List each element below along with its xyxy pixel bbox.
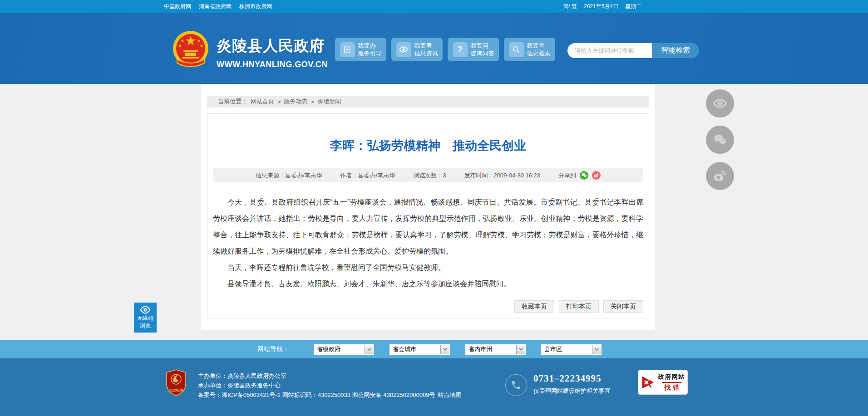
site-name: 炎陵县人民政府: [217, 36, 328, 56]
chevron-down-icon: [365, 345, 374, 354]
side-float-buttons: [706, 89, 734, 190]
article-body: 今天，县委、县政府组织召开庆“五一”劳模座谈会，通报情况、畅谈感想、同庆节日、共…: [213, 194, 643, 292]
service-label: 我要查信息检索: [527, 42, 551, 57]
breadcrumb: 当前位置： 网站首页 > 政务动态 > 炎陵新闻: [207, 96, 649, 108]
article-title: 李晖：弘扬劳模精神 推动全民创业: [213, 137, 643, 154]
wechat-float-button[interactable]: [706, 126, 734, 154]
breadcrumb-home[interactable]: 网站首页: [251, 98, 274, 106]
service-buttons: 我要办服务引导 我要看信息资讯 ? 我要问咨询问答: [335, 38, 555, 61]
current-weekday: 星期二: [625, 3, 641, 10]
search-bar: 智能检索: [567, 43, 699, 58]
accessibility-label-line2: 浏览: [140, 323, 151, 329]
party-gov-badge-icon[interactable]: 党政机关: [166, 369, 187, 396]
service-button-kan[interactable]: 我要看信息资讯: [391, 38, 443, 61]
error-badge-line2: 找错: [662, 382, 681, 392]
select-value: 省内市州: [469, 345, 492, 353]
footer-info: 党政机关 主办单位：炎陵县人民政府办公室 承办单位：炎陵县政务服务中心 备案号：…: [166, 369, 461, 400]
error-badge-line1: 政府网站: [658, 373, 686, 381]
link-zhuzhou-gov[interactable]: 株洲市政府网: [239, 3, 272, 10]
service-label: 我要看信息资讯: [414, 42, 438, 57]
chevron-down-icon: [440, 345, 449, 354]
site-footer: 党政机关 主办单位：炎陵县人民政府办公室 承办单位：炎陵县政务服务中心 备案号：…: [0, 358, 868, 416]
footer-nav: 网站导航： 省级政府 省会城市 省内市州 县市区: [0, 340, 868, 358]
footer-organizer: 承办单位：炎陵县政务服务中心: [198, 381, 461, 390]
article-meta-bar: 信息来源：县委办/李志华 作者：县委办/李志华 浏览次数：3 发布时间：2009…: [213, 168, 643, 182]
print-page-button[interactable]: 打印本页: [559, 300, 599, 313]
smart-search-button[interactable]: 智能检索: [652, 43, 699, 58]
weibo-icon: [713, 169, 727, 183]
phone-texts: 0731–22234995 仅受理网站建设维护相关事宜: [533, 373, 610, 396]
chevron-down-icon: [516, 345, 525, 354]
service-button-banshi[interactable]: 我要办服务引导: [335, 38, 386, 61]
meta-author: 作者：县委办/李志华: [340, 171, 395, 180]
eye-icon: [396, 42, 411, 57]
select-value: 省会城市: [393, 345, 416, 353]
accessibility-browse-button[interactable]: 无障碍 浏览: [134, 303, 157, 333]
document-icon: [340, 42, 355, 57]
lang-toggle[interactable]: 简/ 繁: [563, 3, 577, 10]
phone-number: 0731–22234995: [533, 373, 610, 384]
error-report-logo-icon: [641, 375, 656, 390]
footer-phone-block: 0731–22234995 仅受理网站建设维护相关事宜: [505, 373, 610, 396]
search-icon: [509, 42, 524, 57]
site-logo[interactable]: 炎陵县人民政府 WWW.HNYANLING.GOV.CN: [170, 29, 328, 71]
meta-pubtime: 发布时间：2009-04-30 16:23: [464, 171, 540, 180]
select-capital-cities[interactable]: 省会城市: [389, 344, 450, 355]
breadcrumb-separator: >: [277, 98, 281, 105]
footer-host: 主办单位：炎陵县人民政府办公室: [198, 371, 461, 381]
topbar-right: 简/ 繁 2021年5月4日 星期二: [563, 3, 641, 10]
select-value: 省级政府: [317, 345, 340, 353]
phone-note: 仅受理网站建设维护相关事宜: [533, 387, 610, 395]
breadcrumb-zhengwu[interactable]: 政务动态: [284, 98, 308, 106]
paragraph: 当天，李晖还专程前往鲁坑学校，看望慰问了全国劳模马安健教师。: [213, 259, 643, 276]
weibo-float-button[interactable]: [706, 162, 734, 190]
accessibility-label-line1: 无障碍: [137, 315, 153, 322]
badge-label: 党政机关: [169, 388, 183, 392]
service-button-wen[interactable]: ? 我要问咨询问答: [448, 38, 499, 61]
meta-source: 信息来源：县委办/李志华: [256, 171, 322, 180]
article: 李晖：弘扬劳模精神 推动全民创业 信息来源：县委办/李志华 作者：县委办/李志华…: [207, 113, 649, 318]
current-date: 2021年5月4日: [584, 3, 618, 10]
question-icon: ?: [453, 42, 468, 57]
weibo-share-icon[interactable]: [592, 171, 601, 180]
site-header: 炎陵县人民政府 WWW.HNYANLING.GOV.CN 我要办服务引导 我要看…: [0, 13, 868, 84]
share-group: 分享到: [558, 171, 601, 180]
eye-icon: [712, 96, 728, 111]
site-url: WWW.HNYANLING.GOV.CN: [217, 60, 328, 69]
topbar: 中国政府网 湖南省政府网 株洲市政府网 简/ 繁 2021年5月4日 星期二: [0, 0, 868, 13]
sitemap-link[interactable]: 站点地图: [438, 392, 461, 398]
share-label: 分享到: [558, 171, 576, 180]
footer-nav-label: 网站导航：: [257, 345, 289, 353]
link-china-gov[interactable]: 中国政府网: [164, 3, 191, 10]
footer-icp: 备案号：湘ICP备05003421号-1 网站标识码：4302250033 湘公…: [198, 392, 435, 398]
link-hunan-gov[interactable]: 湖南省政府网: [199, 3, 232, 10]
phone-icon: [505, 374, 527, 396]
main-area: 当前位置： 网站首页 > 政务动态 > 炎陵新闻 李晖：弘扬劳模精神 推动全民创…: [0, 84, 868, 340]
wechat-share-icon[interactable]: [580, 171, 588, 180]
chevron-down-icon: [592, 345, 601, 354]
page-actions: 收藏本页 打印本页 关闭本页: [213, 300, 643, 313]
footer-lines: 主办单位：炎陵县人民政府办公室 承办单位：炎陵县政务服务中心 备案号：湘ICP备…: [198, 369, 461, 400]
close-page-button[interactable]: 关闭本页: [603, 300, 643, 313]
footer-icp-line: 备案号：湘ICP备05003421号-1 网站标识码：4302250033 湘公…: [198, 390, 461, 400]
service-button-cha[interactable]: 我要查信息检索: [504, 38, 555, 61]
paragraph: 今天，县委、县政府组织召开庆“五一”劳模座谈会，通报情况、畅谈感想、同庆节日、共…: [213, 194, 643, 259]
national-emblem-icon: [170, 29, 211, 71]
site-title-block: 炎陵县人民政府 WWW.HNYANLING.GOV.CN: [217, 29, 328, 71]
error-badge-texts: 政府网站 找错: [658, 373, 686, 392]
accessibility-eye-float-button[interactable]: [706, 89, 734, 117]
select-provincial-gov[interactable]: 省级政府: [313, 344, 375, 355]
search-input[interactable]: [567, 43, 652, 58]
bookmark-page-button[interactable]: 收藏本页: [514, 300, 554, 313]
service-label: 我要问咨询问答: [471, 42, 494, 57]
select-province-cities[interactable]: 省内市州: [465, 344, 526, 355]
breadcrumb-label: 当前位置：: [218, 98, 247, 106]
select-value: 县市区: [544, 345, 562, 353]
gov-site-links: 中国政府网 湖南省政府网 株洲市政府网: [164, 3, 272, 10]
meta-views: 浏览次数：3: [413, 171, 446, 180]
wechat-icon: [713, 132, 727, 147]
breadcrumb-news[interactable]: 炎陵新闻: [317, 98, 341, 106]
gov-site-error-report-badge[interactable]: 政府网站 找错: [638, 370, 688, 395]
select-county-districts[interactable]: 县市区: [541, 344, 602, 355]
eye-icon: [139, 306, 151, 314]
